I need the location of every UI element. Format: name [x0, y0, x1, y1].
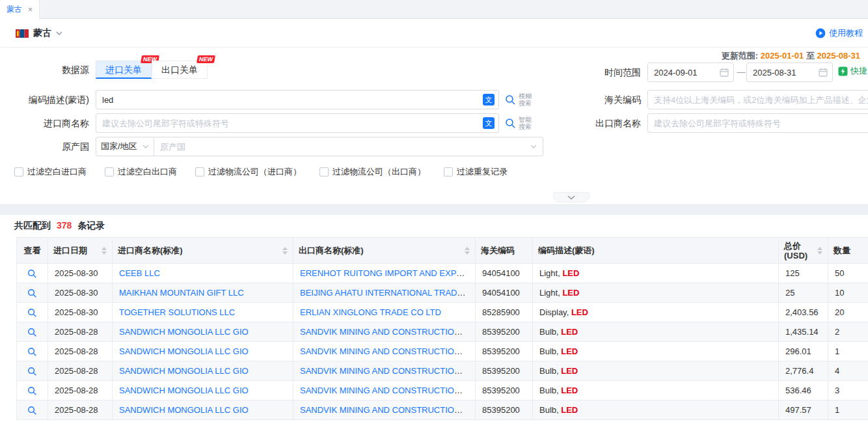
- close-icon[interactable]: ×: [28, 5, 33, 14]
- filter-checkbox[interactable]: 过滤重复记录: [444, 166, 508, 178]
- desc-highlight: LED: [562, 288, 579, 298]
- exporter-link[interactable]: SANDVIK MINING AND CONSTRUCTION L...: [300, 405, 474, 415]
- calendar-icon[interactable]: [819, 68, 828, 77]
- exporter-link[interactable]: SANDVIK MINING AND CONSTRUCTION L...: [300, 386, 474, 395]
- calendar-icon[interactable]: [720, 68, 729, 77]
- hs-code-cell: 85395200: [476, 401, 533, 420]
- total-cell: 497.57: [779, 401, 828, 420]
- view-icon[interactable]: [27, 269, 37, 279]
- checkbox-label: 过滤空白进口商: [27, 166, 87, 178]
- filter-checkbox[interactable]: 过滤物流公司（出口商）: [319, 166, 426, 178]
- checkbox[interactable]: [319, 167, 329, 176]
- fuzzy-search-button[interactable]: 模糊搜索: [505, 90, 544, 109]
- view-cell[interactable]: [17, 342, 48, 361]
- view-cell[interactable]: [17, 264, 48, 283]
- exporter-input[interactable]: [648, 114, 868, 132]
- view-icon[interactable]: [27, 386, 37, 396]
- mongolia-flag-icon: [16, 29, 29, 38]
- date-to-input[interactable]: [747, 63, 819, 81]
- importer-link[interactable]: SANDWICH MONGOLIA LLC GIO: [119, 346, 249, 356]
- summary-suffix: 条记录: [77, 220, 105, 231]
- date-cell: 2025-08-28: [48, 342, 113, 361]
- column-header-importer[interactable]: 进口商名称(标准): [113, 238, 293, 264]
- tab-import-declarations[interactable]: 进口关单 NEW: [96, 61, 152, 79]
- view-cell[interactable]: [17, 361, 48, 381]
- importer-field: 文: [96, 113, 499, 133]
- time-range-label: 时间范围: [552, 63, 641, 82]
- origin-input[interactable]: [154, 137, 530, 156]
- qty-cell: 10: [828, 283, 868, 303]
- view-icon[interactable]: [27, 288, 37, 298]
- country-selector[interactable]: 蒙古: [16, 19, 62, 48]
- exporter-link[interactable]: ERLIAN XINGLONG TRADE CO LTD: [300, 307, 441, 317]
- translate-icon[interactable]: 文: [483, 94, 495, 106]
- browser-tab[interactable]: 蒙古 ×: [0, 0, 40, 19]
- date-cell: 2025-08-30: [48, 283, 113, 303]
- exporter-link[interactable]: ERENHOT RUITONG IMPORT AND EXPORT ...: [300, 268, 476, 278]
- view-cell[interactable]: [17, 381, 48, 401]
- qty-cell: 2: [828, 322, 868, 342]
- importer-link[interactable]: SANDWICH MONGOLIA LLC GIO: [119, 405, 249, 415]
- importer-link[interactable]: SANDWICH MONGOLIA LLC GIO: [119, 386, 249, 395]
- checkbox[interactable]: [105, 167, 114, 176]
- importer-link[interactable]: TOGETHER SOLUTIONS LLC: [119, 307, 235, 317]
- exporter-cell: ERLIAN XINGLONG TRADE CO LTD: [293, 303, 476, 322]
- sort-icon[interactable]: [817, 247, 822, 255]
- filter-checkbox[interactable]: 过滤空白出口商: [105, 166, 177, 178]
- view-cell[interactable]: [17, 322, 48, 342]
- fuzzy-search-label: 模糊搜索: [519, 92, 534, 107]
- column-header-view: 查看: [17, 238, 48, 264]
- tutorial-link[interactable]: 使用教程: [815, 19, 863, 48]
- code-desc-input[interactable]: [96, 91, 483, 109]
- quick-select-button[interactable]: 快捷: [838, 65, 867, 77]
- checkbox[interactable]: [444, 167, 453, 176]
- importer-link[interactable]: CEEB LLC: [119, 268, 160, 278]
- column-header-date[interactable]: 进口日期: [48, 238, 113, 264]
- total-cell: 536.46: [779, 381, 828, 401]
- update-range: 更新范围: 2025-01-01 至 2025-08-31: [722, 50, 860, 62]
- view-icon[interactable]: [27, 406, 37, 415]
- chevron-down-icon: [567, 195, 575, 200]
- view-cell[interactable]: [17, 401, 48, 420]
- view-icon[interactable]: [27, 328, 37, 337]
- new-badge: NEW: [197, 55, 215, 63]
- view-cell[interactable]: [17, 283, 48, 303]
- collapse-panel-button[interactable]: [553, 192, 590, 203]
- exporter-cell: SANDVIK MINING AND CONSTRUCTION L...: [293, 381, 476, 401]
- hs-code-cell: 94054100: [476, 283, 533, 303]
- column-header-total[interactable]: 总价 (USD): [779, 238, 828, 264]
- column-header-qty[interactable]: 数量: [828, 238, 868, 264]
- search-icon: [505, 94, 516, 106]
- view-icon[interactable]: [27, 347, 37, 357]
- column-header-desc: 编码描述(蒙语): [533, 238, 779, 264]
- importer-link[interactable]: SANDWICH MONGOLIA LLC GIO: [119, 327, 249, 337]
- importer-input[interactable]: [96, 114, 483, 132]
- column-header-exporter[interactable]: 出口商名称(标准): [293, 238, 476, 264]
- exporter-link[interactable]: SANDVIK MINING AND CONSTRUCTION L...: [300, 366, 474, 376]
- filter-checkbox[interactable]: 过滤物流公司（进口商）: [195, 166, 301, 178]
- sort-icon[interactable]: [102, 247, 107, 255]
- results-panel: 共匹配到 378 条记录 查看进口日期进口商名称(标准)出口商名称(标准)海关编…: [0, 215, 868, 422]
- tab-export-declarations[interactable]: 出口关单 NEW: [152, 61, 208, 79]
- checkbox[interactable]: [195, 167, 204, 176]
- exporter-link[interactable]: BEIJING AHATU INTERNATIONAL TRADE C...: [300, 288, 476, 298]
- importer-link[interactable]: MAIKHAN MOUNTAIN GIFT LLC: [119, 288, 244, 298]
- exporter-link[interactable]: SANDVIK MINING AND CONSTRUCTION L...: [300, 327, 474, 337]
- importer-link[interactable]: SANDWICH MONGOLIA LLC GIO: [119, 366, 249, 376]
- view-icon[interactable]: [27, 308, 37, 318]
- checkbox[interactable]: [14, 167, 23, 176]
- smart-search-button[interactable]: 智能搜索: [505, 113, 544, 133]
- sort-icon[interactable]: [282, 247, 288, 255]
- filter-checkbox[interactable]: 过滤空白进口商: [14, 166, 87, 178]
- origin-type-select[interactable]: 国家/地区: [96, 137, 154, 156]
- summary-prefix: 共匹配到: [14, 220, 51, 231]
- translate-icon[interactable]: 文: [483, 117, 495, 129]
- view-cell[interactable]: [17, 303, 48, 322]
- importer-label: 进口商名称: [0, 113, 89, 133]
- date-from-input[interactable]: [648, 63, 720, 81]
- hs-code-input[interactable]: [648, 91, 868, 109]
- chevron-down-icon: [56, 31, 62, 35]
- sort-icon[interactable]: [465, 247, 470, 255]
- exporter-link[interactable]: SANDVIK MINING AND CONSTRUCTION L...: [300, 346, 474, 356]
- view-icon[interactable]: [27, 367, 37, 376]
